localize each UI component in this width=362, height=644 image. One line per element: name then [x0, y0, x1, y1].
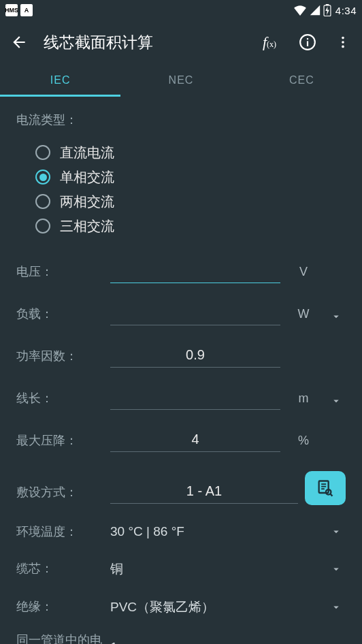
radio-label: 单相交流 [60, 168, 114, 187]
clock: 4:34 [335, 5, 357, 16]
current-type-label: 电流类型： [16, 112, 346, 128]
status-left: HMS A [5, 4, 33, 16]
row-voltage: 电压： V [16, 260, 346, 283]
radio-icon [35, 219, 50, 234]
max-drop-label: 最大压降： [16, 433, 103, 453]
chevron-down-icon [330, 601, 342, 613]
load-unit-dropdown[interactable] [327, 310, 346, 325]
circuits-value: 1 [110, 640, 320, 644]
row-conductor[interactable]: 缆芯： 铜 [16, 560, 346, 578]
radio-icon [35, 170, 50, 184]
info-button[interactable] [291, 26, 324, 59]
insulation-dropdown [327, 601, 346, 613]
load-label: 负载： [16, 306, 103, 326]
length-unit-dropdown[interactable] [327, 395, 346, 410]
tab-nec[interactable]: NEC [120, 64, 241, 97]
svg-point-6 [342, 41, 344, 44]
circuits-dropdown [327, 641, 346, 644]
more-vert-icon [335, 35, 350, 50]
radio-icon [35, 145, 50, 160]
page-title: 线芯截面积计算 [44, 32, 248, 53]
tab-label: NEC [169, 74, 194, 86]
max-drop-input[interactable] [110, 429, 280, 452]
power-factor-input[interactable] [110, 344, 280, 368]
load-unit: W [287, 307, 320, 325]
status-right: 4:34 [293, 4, 357, 16]
tab-label: CEC [289, 74, 314, 86]
row-ambient[interactable]: 环境温度： 30 °C | 86 °F [16, 524, 346, 540]
arrow-back-icon [10, 33, 28, 51]
ambient-label: 环境温度： [16, 524, 103, 540]
hms-badge: HMS [5, 4, 18, 16]
tab-label: IEC [50, 74, 71, 86]
chevron-down-icon [330, 563, 342, 575]
app-bar: 线芯截面积计算 f(x) [0, 20, 362, 64]
battery-charging-icon [323, 4, 331, 16]
svg-rect-4 [307, 38, 308, 39]
radio-label: 三相交流 [60, 217, 114, 236]
doc-search-icon [316, 479, 335, 498]
ambient-value: 30 °C | 86 °F [110, 524, 320, 539]
voltage-unit: V [287, 265, 320, 283]
tabs: IEC NEC CEC [0, 64, 362, 97]
insulation-value: PVC（聚氯乙烯） [110, 598, 320, 616]
row-circuits[interactable]: 同一管道中的电路： 1 [16, 632, 346, 645]
signal-icon [310, 5, 320, 16]
svg-rect-3 [307, 41, 308, 46]
voltage-label: 电压： [16, 264, 103, 284]
back-button[interactable] [3, 26, 35, 59]
current-type-group: 直流电流 单相交流 两相交流 三相交流 [35, 140, 346, 238]
voltage-input[interactable] [110, 260, 280, 283]
installation-search-button[interactable] [305, 471, 346, 505]
conductor-dropdown [327, 563, 346, 575]
row-load: 负载： W [16, 302, 346, 325]
svg-rect-1 [326, 4, 329, 5]
chevron-down-icon [330, 641, 342, 644]
chevron-down-icon [330, 526, 342, 538]
power-factor-label: 功率因数： [16, 349, 103, 368]
chevron-down-icon [330, 395, 342, 407]
radio-single-phase[interactable]: 单相交流 [35, 165, 346, 189]
max-drop-unit: % [287, 434, 320, 452]
tab-cec[interactable]: CEC [242, 64, 362, 97]
fx-icon: f(x) [263, 33, 276, 51]
ambient-dropdown [327, 526, 346, 538]
installation-label: 敷设方式： [16, 485, 103, 504]
row-insulation[interactable]: 绝缘： PVC（聚氯乙烯） [16, 598, 346, 616]
spacer [287, 364, 320, 368]
length-label: 线长： [16, 391, 103, 410]
radio-two-phase[interactable]: 两相交流 [35, 189, 346, 214]
row-power-factor: 功率因数： [16, 344, 346, 368]
radio-label: 直流电流 [60, 144, 114, 162]
radio-icon [35, 194, 50, 209]
insulation-label: 绝缘： [16, 599, 103, 615]
svg-point-7 [342, 46, 344, 48]
length-input[interactable] [110, 387, 280, 410]
load-input[interactable] [110, 302, 280, 325]
wifi-icon [293, 5, 307, 16]
status-bar: HMS A 4:34 [0, 0, 362, 20]
radio-label: 两相交流 [60, 193, 114, 211]
circuits-label: 同一管道中的电路： [16, 632, 103, 645]
conductor-value: 铜 [110, 560, 320, 578]
info-icon [299, 33, 316, 51]
radio-three-phase[interactable]: 三相交流 [35, 214, 346, 238]
content: 电流类型： 直流电流 单相交流 两相交流 三相交流 电压： V 负载： W [0, 97, 362, 644]
a-badge: A [20, 4, 33, 16]
formula-button[interactable]: f(x) [253, 26, 286, 59]
svg-point-5 [342, 37, 344, 39]
row-installation: 敷设方式： [16, 471, 346, 504]
installation-input[interactable] [110, 481, 298, 504]
svg-line-13 [330, 494, 332, 496]
tab-iec[interactable]: IEC [0, 64, 120, 97]
more-button[interactable] [329, 26, 357, 59]
chevron-down-icon [330, 310, 342, 323]
length-unit: m [287, 391, 320, 410]
radio-dc[interactable]: 直流电流 [35, 140, 346, 165]
conductor-label: 缆芯： [16, 561, 103, 577]
row-length: 线长： m [16, 387, 346, 410]
row-max-drop: 最大压降： % [16, 429, 346, 452]
